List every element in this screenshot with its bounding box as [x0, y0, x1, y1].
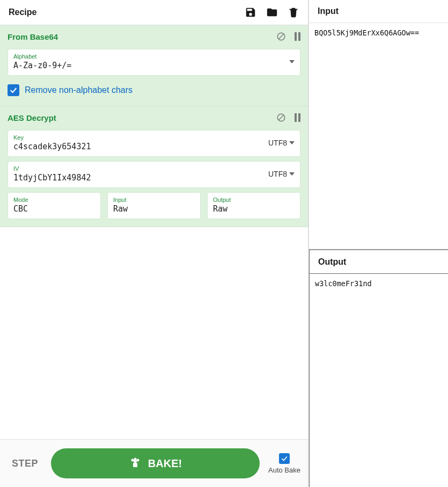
svg-line-3	[279, 115, 284, 120]
remove-nonalpha-label[interactable]: Remove non-alphabet chars	[25, 85, 133, 95]
recipe-footer: STEP BAKE! Auto Bake	[0, 439, 308, 487]
disable-icon[interactable]	[276, 32, 286, 41]
input-label: Input	[113, 196, 195, 203]
trash-icon[interactable]	[288, 6, 299, 18]
output-header: Output	[310, 250, 448, 274]
recipe-drop-area[interactable]	[0, 227, 308, 439]
chevron-down-icon	[289, 141, 295, 144]
iv-value: 1tdyjCbY1Ix49842	[13, 172, 268, 183]
svg-point-7	[136, 459, 139, 462]
key-value: c4scadek3y654321	[13, 141, 268, 152]
mode-label: Mode	[13, 196, 95, 203]
step-button[interactable]: STEP	[8, 458, 42, 469]
output-value: Raw	[213, 203, 295, 214]
mode-field[interactable]: Mode CBC	[8, 192, 101, 219]
iv-label: IV	[13, 165, 268, 172]
key-encoding-dropdown[interactable]: UTF8	[268, 139, 295, 147]
output-label: Output	[213, 196, 295, 203]
folder-icon[interactable]	[266, 6, 278, 18]
alphabet-value: A-Za-z0-9+/=	[13, 60, 289, 71]
chef-icon	[129, 457, 142, 470]
autobake-checkbox[interactable]	[279, 453, 290, 464]
op-title: AES Decrypt	[8, 113, 56, 122]
svg-line-1	[279, 34, 284, 39]
op-title: From Base64	[8, 32, 58, 41]
mode-value: CBC	[13, 203, 95, 214]
input-field[interactable]: Input Raw	[107, 192, 201, 219]
recipe-body: From Base64 Alphabet A-Za-z0-9+/=	[0, 25, 308, 439]
input-title: Input	[318, 6, 339, 16]
chevron-down-icon	[289, 172, 295, 176]
output-text: w3lc0meFr31nd	[310, 274, 448, 487]
key-field[interactable]: Key c4scadek3y654321 UTF8	[8, 130, 300, 157]
key-label: Key	[13, 134, 268, 141]
bake-button[interactable]: BAKE!	[51, 448, 260, 478]
svg-point-8	[134, 458, 136, 461]
iv-encoding-dropdown[interactable]: UTF8	[268, 170, 295, 178]
operation-from-base64: From Base64 Alphabet A-Za-z0-9+/=	[0, 25, 308, 106]
output-field[interactable]: Output Raw	[207, 192, 300, 219]
save-icon[interactable]	[245, 6, 256, 18]
pause-icon[interactable]	[295, 113, 300, 122]
input-text[interactable]: BQO5l5Kj9MdErXx6Q6AGOw==	[309, 23, 448, 247]
autobake-label: Auto Bake	[268, 466, 300, 474]
alphabet-label: Alphabet	[13, 53, 289, 60]
input-value: Raw	[113, 203, 195, 214]
iv-field[interactable]: IV 1tdyjCbY1Ix49842 UTF8	[8, 161, 300, 188]
chevron-down-icon[interactable]	[289, 60, 295, 63]
output-title: Output	[318, 257, 346, 267]
pause-icon[interactable]	[295, 32, 300, 41]
recipe-title: Recipe	[9, 8, 36, 17]
disable-icon[interactable]	[276, 113, 286, 122]
alphabet-field[interactable]: Alphabet A-Za-z0-9+/=	[8, 49, 300, 76]
svg-point-6	[131, 459, 134, 462]
input-header: Input	[309, 0, 448, 23]
svg-rect-5	[133, 463, 137, 467]
remove-nonalpha-checkbox[interactable]	[8, 84, 19, 96]
operation-aes-decrypt: AES Decrypt Key c4scadek3y654321 UTF8	[0, 106, 308, 227]
recipe-header: Recipe	[0, 0, 308, 25]
